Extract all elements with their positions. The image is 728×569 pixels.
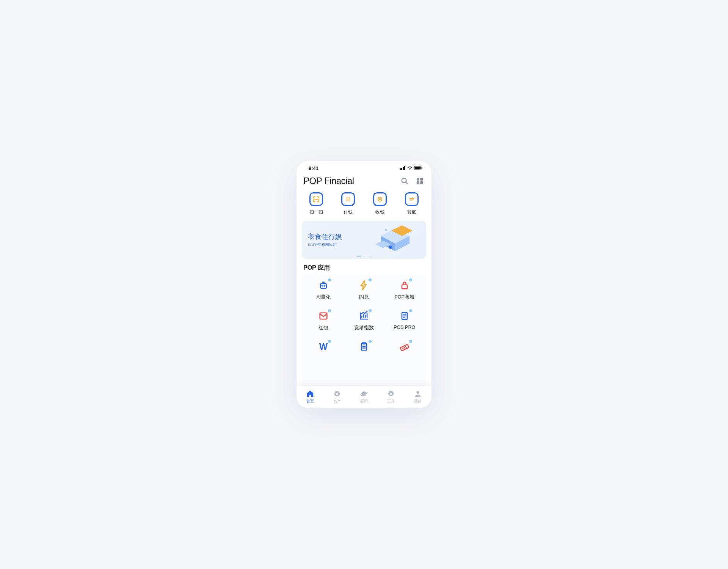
app-w[interactable]: W — [303, 341, 344, 355]
app-guess-index[interactable]: 竞猜指数 — [344, 310, 384, 331]
svg-line-8 — [406, 182, 408, 184]
envelope-icon — [318, 310, 329, 322]
tab-assets[interactable]: 资产 — [323, 386, 350, 408]
banner-pagination — [357, 256, 371, 256]
app-label: 红包 — [318, 325, 328, 331]
quick-label: 转账 — [407, 209, 416, 215]
svg-point-43 — [336, 393, 338, 395]
tab-label: 资产 — [333, 399, 341, 404]
app-title: POP Finacial — [303, 176, 354, 186]
app-label: POP商城 — [394, 294, 414, 300]
quick-scan[interactable]: 扫一扫 — [302, 192, 331, 215]
svg-point-26 — [324, 285, 325, 286]
grid-icon — [416, 177, 424, 185]
banner-text: 衣食住行娱 DAPP生态圈应用 — [308, 232, 342, 247]
pos-icon — [399, 310, 410, 322]
signal-icon — [400, 165, 406, 171]
tab-home[interactable]: 首页 — [297, 386, 323, 408]
svg-rect-10 — [420, 178, 423, 181]
ruler-icon — [399, 341, 410, 352]
badge-dot — [368, 309, 372, 313]
robot-icon — [318, 280, 329, 291]
badge-dot — [409, 278, 413, 282]
tab-tools[interactable]: 工具 — [378, 386, 405, 408]
tab-me[interactable]: 我的 — [405, 386, 431, 408]
app-pos-pro[interactable]: POS PRO — [384, 310, 425, 331]
svg-point-46 — [390, 393, 392, 395]
user-icon — [414, 390, 422, 398]
svg-text:W: W — [319, 342, 328, 352]
app-flash-swap[interactable]: 闪兑 — [344, 280, 384, 300]
w-icon: W — [318, 341, 329, 352]
house-icon — [306, 390, 314, 398]
status-icons — [400, 165, 422, 171]
scan-icon — [309, 192, 323, 206]
lock-cart-icon — [399, 280, 410, 291]
svg-rect-27 — [402, 285, 407, 289]
status-bar: 9:41 — [297, 161, 431, 175]
coin-icon — [333, 390, 341, 398]
svg-line-41 — [405, 346, 406, 347]
phone-frame: 9:41 POP Finacial — [297, 161, 431, 408]
transfer-icon — [405, 192, 419, 206]
svg-rect-24 — [320, 283, 326, 288]
dot — [357, 256, 361, 256]
search-button[interactable] — [400, 176, 410, 186]
banner-subtitle: DAPP生态圈应用 — [308, 242, 342, 247]
app-ai-quant[interactable]: AI量化 — [303, 280, 344, 300]
badge-dot — [328, 278, 331, 282]
banner-illustration — [369, 225, 422, 254]
pay-icon — [341, 192, 355, 206]
tab-label: 应用 — [360, 399, 368, 404]
svg-rect-12 — [420, 181, 423, 184]
promo-banner[interactable]: 衣食住行娱 DAPP生态圈应用 — [302, 221, 426, 259]
header: POP Finacial — [297, 175, 431, 190]
quick-receive[interactable]: B 收钱 — [366, 192, 394, 215]
quick-transfer[interactable]: 转账 — [397, 192, 426, 215]
apps-section-title: POP 应用 — [297, 259, 431, 274]
quick-label: 付钱 — [344, 209, 353, 215]
chart-up-icon — [358, 310, 370, 322]
wifi-icon — [407, 165, 413, 171]
tab-label: 工具 — [387, 399, 395, 404]
app-pop-mall[interactable]: POP商城 — [384, 280, 425, 300]
header-actions — [400, 176, 425, 186]
tab-label: 首页 — [306, 399, 314, 404]
svg-point-23 — [385, 229, 387, 231]
app-label: 闪兑 — [359, 294, 369, 300]
svg-text:B: B — [379, 198, 381, 201]
svg-rect-2 — [403, 167, 404, 170]
svg-line-40 — [404, 347, 405, 348]
app-label: AI量化 — [316, 294, 331, 300]
gear-icon — [387, 390, 395, 398]
app-label: POS PRO — [394, 325, 415, 330]
app-red-packet[interactable]: 红包 — [303, 310, 344, 331]
tab-apps[interactable]: 应用 — [350, 386, 377, 408]
tab-bar: 首页 资产 应用 工具 — [297, 386, 431, 408]
quick-label: 收钱 — [375, 209, 384, 215]
app-ruler[interactable] — [384, 341, 425, 355]
svg-point-25 — [322, 285, 323, 286]
badge-dot — [409, 309, 413, 313]
svg-rect-6 — [422, 167, 422, 169]
receive-icon: B — [373, 192, 387, 206]
svg-line-39 — [402, 348, 403, 349]
apps-grid: AI量化 闪兑 POP商城 — [303, 280, 425, 355]
app-label: 竞猜指数 — [354, 325, 374, 331]
badge-dot — [328, 309, 331, 313]
battery-icon — [414, 165, 422, 171]
badge-dot — [409, 340, 413, 343]
svg-rect-1 — [401, 168, 402, 170]
banner-title: 衣食住行娱 — [308, 232, 342, 241]
search-icon — [400, 177, 409, 185]
quick-pay[interactable]: 付钱 — [334, 192, 362, 215]
badge-dot — [368, 340, 372, 343]
grid-button[interactable] — [415, 176, 425, 186]
svg-rect-0 — [400, 168, 401, 170]
planet-icon — [360, 390, 368, 398]
svg-rect-11 — [417, 181, 419, 184]
app-clipboard[interactable] — [344, 341, 384, 355]
badge-dot — [368, 278, 372, 282]
status-time: 9:41 — [309, 165, 318, 171]
dot — [362, 256, 366, 256]
